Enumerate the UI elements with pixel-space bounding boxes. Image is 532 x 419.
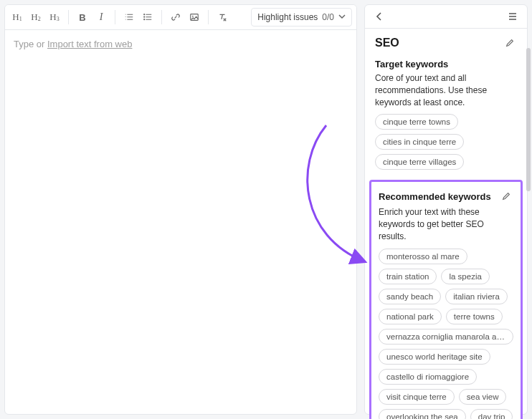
heading-3-label: H xyxy=(49,11,56,23)
recommended-keywords-heading: Recommended keywords xyxy=(379,191,491,202)
hamburger-icon xyxy=(508,11,518,21)
svg-point-1 xyxy=(143,16,145,18)
sidebar-topbar xyxy=(365,5,527,29)
keyword-chip[interactable]: castello di riomaggiore xyxy=(379,369,477,385)
sidebar-scrollbar[interactable] xyxy=(526,48,531,191)
editor-panel: H1 H2 H3 B I xyxy=(4,4,357,415)
image-button[interactable] xyxy=(186,9,202,26)
sidebar-back-button[interactable] xyxy=(372,9,386,24)
highlight-issues-label: Highlight issues xyxy=(257,12,318,22)
recommended-keywords-section: Recommended keywords Enrich your text wi… xyxy=(369,180,523,419)
editor-placeholder-prefix: Type or xyxy=(14,39,47,49)
toolbar-separator xyxy=(208,10,209,24)
target-keywords-desc: Core of your text and all recommendation… xyxy=(375,72,517,108)
recommended-keywords-chips: monterosso al maretrain stationla spezia… xyxy=(379,249,513,419)
keyword-chip[interactable]: monterosso al mare xyxy=(379,249,467,264)
svg-point-0 xyxy=(143,14,145,15)
keyword-chip[interactable]: train station xyxy=(379,269,437,284)
sidebar-header: SEO xyxy=(365,29,527,54)
keyword-chip[interactable]: la spezia xyxy=(441,269,489,284)
keyword-chip[interactable]: cinque terre villages xyxy=(375,154,464,170)
seo-sidebar: SEO Target keywords Core of your text an… xyxy=(364,4,528,415)
keyword-chip[interactable]: cinque terre towns xyxy=(375,114,458,130)
sidebar-title: SEO xyxy=(375,37,399,49)
heading-3-button[interactable]: H3 xyxy=(47,9,62,26)
svg-point-4 xyxy=(192,16,194,17)
chevron-down-icon xyxy=(338,12,346,22)
editor-body[interactable]: Type or Import text from web xyxy=(5,30,356,414)
toolbar-separator xyxy=(68,10,69,24)
target-keywords-section: Target keywords Core of your text and al… xyxy=(365,54,527,177)
heading-1-label: H xyxy=(12,11,19,23)
ordered-list-icon xyxy=(124,12,134,22)
heading-1-sub: 1 xyxy=(19,16,22,22)
pencil-icon xyxy=(505,38,515,48)
unordered-list-button[interactable] xyxy=(140,9,156,26)
editor-toolbar: H1 H2 H3 B I xyxy=(5,5,356,30)
keyword-chip[interactable]: national park xyxy=(379,309,442,324)
keyword-chip[interactable]: sea view xyxy=(459,389,507,405)
keyword-chip[interactable]: sandy beach xyxy=(379,289,441,304)
toolbar-separator xyxy=(161,10,162,24)
svg-point-2 xyxy=(143,19,145,20)
ordered-list-button[interactable] xyxy=(121,9,137,26)
image-icon xyxy=(189,12,199,22)
keyword-chip[interactable]: vernazza corniglia manarola and ... xyxy=(379,329,513,345)
clear-format-icon xyxy=(217,12,227,22)
highlight-issues-dropdown[interactable]: Highlight issues 0/0 xyxy=(251,8,352,27)
bold-button[interactable]: B xyxy=(75,9,90,26)
keyword-chip[interactable]: day trip xyxy=(470,409,513,419)
toolbar-separator xyxy=(115,10,115,24)
heading-1-button[interactable]: H1 xyxy=(9,9,25,26)
list-group xyxy=(121,9,156,26)
format-group: B I xyxy=(75,9,109,26)
heading-2-label: H xyxy=(31,11,37,23)
keyword-chip[interactable]: overlooking the sea xyxy=(379,409,466,419)
insert-group xyxy=(168,9,202,26)
target-keywords-heading: Target keywords xyxy=(375,59,448,69)
italic-button[interactable]: I xyxy=(93,9,109,26)
keyword-chip[interactable]: terre towns xyxy=(446,309,503,324)
seo-edit-button[interactable] xyxy=(503,36,517,50)
pencil-icon xyxy=(501,191,511,201)
keyword-chip[interactable]: visit cinque terre xyxy=(379,389,455,405)
link-icon xyxy=(171,12,181,22)
heading-group: H1 H2 H3 xyxy=(9,9,62,26)
keyword-chip[interactable]: italian riviera xyxy=(445,289,508,304)
sidebar-menu-button[interactable] xyxy=(505,9,520,24)
chevron-left-icon xyxy=(375,12,384,21)
link-button[interactable] xyxy=(168,9,184,26)
clear-format-button[interactable] xyxy=(214,9,230,26)
target-keywords-chips: cinque terre townscities in cinque terre… xyxy=(375,114,517,170)
heading-2-sub: 2 xyxy=(38,16,41,22)
recommended-edit-button[interactable] xyxy=(499,189,513,203)
heading-2-button[interactable]: H2 xyxy=(28,9,44,26)
heading-3-sub: 3 xyxy=(57,16,60,22)
highlight-issues-count: 0/0 xyxy=(322,12,334,22)
recommended-keywords-desc: Enrich your text with these keywords to … xyxy=(379,206,513,242)
import-text-link[interactable]: Import text from web xyxy=(47,39,132,49)
keyword-chip[interactable]: cities in cinque terre xyxy=(375,134,464,150)
keyword-chip[interactable]: unesco world heritage site xyxy=(379,349,490,365)
app-root: H1 H2 H3 B I xyxy=(0,0,532,419)
unordered-list-icon xyxy=(143,12,153,22)
